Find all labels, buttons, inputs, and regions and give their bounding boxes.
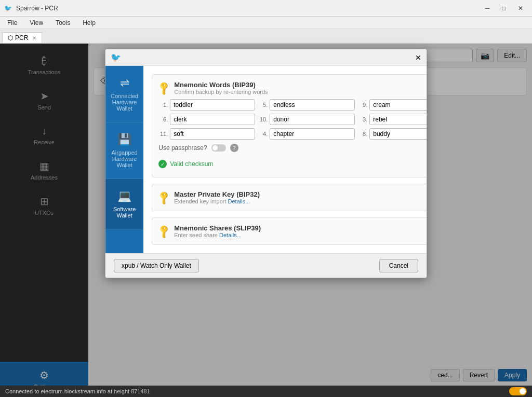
- cancel-button[interactable]: Cancel: [379, 259, 418, 272]
- word-num-11: 11.: [158, 131, 168, 137]
- dialog-nav-software-wallet-label: Software Wallet: [111, 206, 138, 218]
- dialog: 🐦 ✕ ⇌ Connected Hardware Wallet 💾 Airgap…: [105, 49, 427, 278]
- passphrase-row: Use passphrase? ?: [158, 144, 427, 152]
- word-input-9[interactable]: [369, 99, 427, 111]
- status-text: Connected to electrum.blockstream.info a…: [5, 388, 150, 394]
- mnemonic-section-header: 🔑 Mnemonic Words (BIP39) Confirm backup …: [158, 81, 427, 95]
- master-key-title: Master Private Key (BIP32): [174, 190, 427, 198]
- passphrase-label: Use passphrase?: [158, 144, 207, 152]
- master-key-details-link[interactable]: Details...: [228, 198, 250, 204]
- valid-checksum: ✓ Valid checksum: [158, 160, 213, 168]
- word-cell-10: 10.: [258, 114, 355, 125]
- mnemonic-status-row: ✓ Valid checksum Back Create Keystore: [158, 157, 427, 171]
- word-num-3: 3.: [358, 116, 367, 122]
- connected-hardware-icon: ⇌: [120, 76, 129, 90]
- word-input-1[interactable]: [170, 99, 255, 111]
- word-cell-1: 1.: [158, 99, 255, 111]
- dialog-nav-connected-hardware-label: Connected Hardware Wallet: [111, 93, 138, 112]
- word-cell-8: 8.: [358, 128, 427, 140]
- word-num-8: 8.: [358, 131, 367, 137]
- dialog-left-nav: ⇌ Connected Hardware Wallet 💾 Airgapped …: [105, 66, 143, 253]
- dialog-nav-airgapped-hardware[interactable]: 💾 Airgapped Hardware Wallet: [105, 122, 143, 179]
- close-button[interactable]: ✕: [513, 3, 528, 13]
- mnemonic-shares-title: Mnemonic Shares (SLIP39): [174, 224, 427, 232]
- word-cell-4: 4.: [258, 128, 355, 140]
- dialog-title-icon: 🐦: [111, 52, 121, 62]
- tab-label: PCR: [15, 34, 28, 42]
- dialog-body: ⇌ Connected Hardware Wallet 💾 Airgapped …: [105, 66, 427, 253]
- mnemonic-shares-header: 🔑 Mnemonic Shares (SLIP39) Enter seed sh…: [158, 224, 427, 238]
- tab-icon: ⬡: [8, 34, 13, 42]
- title-bar-controls: ─ □ ✕: [480, 3, 528, 13]
- word-input-6[interactable]: [170, 114, 255, 125]
- tab-close-icon[interactable]: ✕: [32, 35, 36, 41]
- word-input-3[interactable]: [369, 114, 427, 125]
- word-num-5: 5.: [258, 102, 268, 108]
- mnemonic-title-group: Mnemonic Words (BIP39) Confirm backup by…: [174, 81, 427, 95]
- airgapped-hardware-icon: 💾: [117, 133, 131, 146]
- status-bar: Connected to electrum.blockstream.info a…: [0, 386, 532, 397]
- dialog-footer: xpub / Watch Only Wallet Cancel: [105, 253, 427, 278]
- word-num-1: 1.: [158, 102, 168, 108]
- word-input-11[interactable]: [170, 128, 255, 140]
- word-num-6: 6.: [158, 116, 168, 122]
- word-cell-6: 6.: [158, 114, 255, 125]
- dialog-close-button[interactable]: ✕: [415, 53, 421, 62]
- word-num-10: 10.: [258, 116, 268, 122]
- app-icon: 🐦: [4, 5, 12, 12]
- word-cell-11: 11.: [158, 128, 255, 140]
- menu-view[interactable]: View: [24, 18, 48, 28]
- xpub-watch-only-button[interactable]: xpub / Watch Only Wallet: [114, 259, 199, 272]
- menu-file[interactable]: File: [2, 18, 22, 28]
- word-num-4: 4.: [258, 131, 268, 137]
- dialog-nav-software-wallet[interactable]: 💻 Software Wallet: [105, 179, 143, 229]
- menu-tools[interactable]: Tools: [50, 18, 75, 28]
- mnemonic-shares-subtitle: Enter seed share Details...: [174, 232, 427, 238]
- checkmark-icon: ✓: [158, 160, 167, 168]
- dialog-nav-connected-hardware[interactable]: ⇌ Connected Hardware Wallet: [105, 66, 143, 122]
- shares-details-link[interactable]: Details...: [219, 232, 242, 238]
- key-icon-shares: 🔑: [156, 223, 172, 239]
- master-key-subtitle: Extended key import Details...: [174, 198, 427, 204]
- word-cell-9: 9.: [358, 99, 427, 111]
- dialog-titlebar: 🐦 ✕: [105, 49, 427, 66]
- valid-checksum-label: Valid checksum: [170, 160, 213, 168]
- menu-bar: File View Tools Help: [0, 17, 532, 29]
- word-input-5[interactable]: [270, 99, 355, 111]
- word-input-4[interactable]: [270, 128, 355, 140]
- maximize-button[interactable]: □: [497, 3, 511, 13]
- passphrase-toggle[interactable]: [211, 144, 226, 152]
- dialog-nav-airgapped-hardware-label: Airgapped Hardware Wallet: [111, 149, 138, 168]
- software-wallet-icon: 💻: [117, 189, 131, 203]
- modal-overlay: 🐦 ✕ ⇌ Connected Hardware Wallet 💾 Airgap…: [0, 44, 532, 386]
- menu-help[interactable]: Help: [77, 18, 101, 28]
- tab-pcr[interactable]: ⬡ PCR ✕: [2, 32, 42, 43]
- master-key-header: 🔑 Master Private Key (BIP32) Extended ke…: [158, 190, 427, 204]
- mnemonic-shares-section: 🔑 Mnemonic Shares (SLIP39) Enter seed sh…: [152, 217, 427, 245]
- word-cell-5: 5.: [258, 99, 355, 111]
- key-icon-master: 🔑: [156, 189, 172, 206]
- title-bar: 🐦 Sparrow - PCR ─ □ ✕: [0, 0, 532, 17]
- word-num-9: 9.: [358, 102, 367, 108]
- word-cell-3: 3.: [358, 114, 427, 125]
- key-icon-mnemonic: 🔑: [156, 80, 172, 96]
- master-key-title-group: Master Private Key (BIP32) Extended key …: [174, 190, 427, 204]
- title-bar-left: 🐦 Sparrow - PCR: [4, 5, 58, 12]
- mnemonic-subtitle: Confirm backup by re-entering words: [174, 89, 427, 95]
- word-grid: 1. 5. 9. 2.: [158, 99, 427, 140]
- word-input-10[interactable]: [270, 114, 355, 125]
- window-title: Sparrow - PCR: [16, 5, 58, 12]
- mnemonic-title: Mnemonic Words (BIP39): [174, 81, 427, 89]
- mnemonic-section: 🔑 Mnemonic Words (BIP39) Confirm backup …: [152, 74, 427, 177]
- dialog-right-panel: 🔑 Mnemonic Words (BIP39) Confirm backup …: [143, 66, 427, 253]
- mnemonic-shares-title-group: Mnemonic Shares (SLIP39) Enter seed shar…: [174, 224, 427, 238]
- master-key-section: 🔑 Master Private Key (BIP32) Extended ke…: [152, 184, 427, 211]
- word-input-8[interactable]: [369, 128, 427, 140]
- tab-bar: ⬡ PCR ✕: [0, 29, 532, 44]
- status-toggle[interactable]: [509, 387, 527, 395]
- minimize-button[interactable]: ─: [480, 3, 495, 13]
- help-icon[interactable]: ?: [230, 144, 238, 152]
